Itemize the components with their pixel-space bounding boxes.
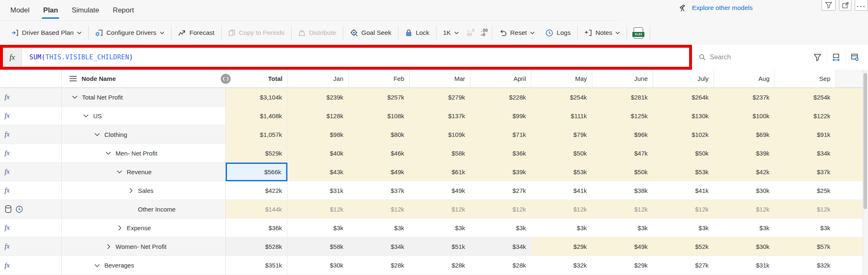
tree-chevron-down-icon[interactable]	[83, 113, 89, 119]
distribute-button[interactable]: Distribute	[293, 29, 341, 37]
row-gutter[interactable]: fx	[0, 125, 62, 144]
reset-button[interactable]: Reset	[494, 29, 540, 37]
value-cell[interactable]: $49k	[348, 163, 409, 181]
value-cell[interactable]: $36k	[226, 219, 287, 237]
value-cell[interactable]: $12k	[653, 200, 714, 219]
value-cell[interactable]: $228k	[470, 88, 531, 107]
formula-indicator-icon[interactable]: fx	[5, 261, 10, 270]
node-cell[interactable]: Women- Net Profit	[62, 237, 226, 256]
value-cell[interactable]: $57k	[774, 237, 835, 256]
value-cell[interactable]: $1,057k	[226, 125, 287, 144]
copy-to-periods-button[interactable]: Copy to Periods	[223, 29, 290, 37]
explore-other-models-link[interactable]: Explore other models	[679, 4, 752, 12]
value-cell[interactable]: $28k	[348, 256, 409, 275]
value-cell[interactable]: $52k	[653, 237, 714, 256]
formula-indicator-icon[interactable]: fx	[5, 242, 10, 251]
value-cell[interactable]: $50k	[653, 144, 714, 163]
value-cell[interactable]: $3,104k	[226, 88, 287, 107]
tree-chevron-down-icon[interactable]	[105, 150, 111, 156]
row-gutter[interactable]: fx	[0, 88, 62, 107]
column-header-june[interactable]: June	[592, 70, 653, 88]
value-cell[interactable]: $47k	[592, 144, 653, 163]
value-cell[interactable]: $58k	[287, 237, 348, 256]
tree-chevron-right-icon[interactable]	[128, 187, 134, 194]
value-cell[interactable]: $30k	[714, 237, 774, 256]
node-cell[interactable]: US	[62, 107, 226, 125]
formula-indicator-icon[interactable]: fx	[5, 112, 10, 120]
row-gutter[interactable]: fx	[0, 181, 62, 200]
node-name-column-header[interactable]: Node Name	[62, 70, 226, 88]
value-cell[interactable]: $38k	[592, 181, 653, 200]
node-cell[interactable]: Expense	[62, 219, 226, 237]
row-gutter[interactable]: fx	[0, 107, 62, 125]
value-cell[interactable]: $351k	[226, 256, 287, 275]
value-cell[interactable]: $3k	[531, 219, 592, 237]
value-cell[interactable]: $79k	[531, 125, 592, 144]
tree-chevron-down-icon[interactable]	[72, 94, 78, 100]
value-cell[interactable]: $43k	[287, 163, 348, 181]
column-header-sep[interactable]: Sep	[774, 70, 835, 88]
node-cell[interactable]: Beverages	[62, 256, 226, 275]
node-cell[interactable]: Total Net Profit	[62, 88, 226, 107]
value-cell[interactable]: $12k	[470, 200, 531, 219]
value-cell[interactable]: $12k	[287, 200, 348, 219]
value-cell[interactable]: $53k	[531, 163, 592, 181]
value-cell[interactable]: $42k	[714, 163, 774, 181]
tree-chevron-down-icon[interactable]	[94, 262, 100, 268]
value-cell[interactable]: $34k	[470, 237, 531, 256]
export-excel-button[interactable]: XLSX	[628, 27, 649, 39]
forecast-button[interactable]: Forecast	[173, 29, 220, 37]
value-cell[interactable]: $528k	[226, 237, 287, 256]
driver-based-plan-button[interactable]: Driver Based Plan	[6, 29, 87, 37]
lock-button[interactable]: Lock	[400, 29, 435, 37]
search-input[interactable]	[710, 54, 784, 61]
value-cell[interactable]: $61k	[409, 163, 470, 181]
value-cell[interactable]: $254k	[531, 88, 592, 107]
row-gutter[interactable]: fx	[0, 144, 62, 163]
column-header-mar[interactable]: Mar	[409, 70, 470, 88]
node-cell[interactable]: Clothing	[62, 125, 226, 144]
value-cell[interactable]: $28k	[409, 256, 470, 275]
column-header-aug[interactable]: Aug	[714, 70, 774, 88]
tab-report[interactable]: Report	[113, 6, 134, 15]
formula-indicator-icon[interactable]: fx	[5, 168, 10, 176]
formula-input[interactable]: SUM(THIS.VISIBLE_CHILDREN)	[22, 48, 689, 67]
value-cell[interactable]: $41k	[653, 181, 714, 200]
goal-seek-button[interactable]: Goal Seek	[345, 29, 397, 37]
value-cell[interactable]: $51k	[409, 237, 470, 256]
formula-indicator-icon[interactable]: fx	[5, 224, 10, 232]
vertical-scrollbar-thumb[interactable]	[863, 73, 867, 209]
value-cell[interactable]: $39k	[714, 144, 774, 163]
node-cell[interactable]: Revenue	[62, 163, 226, 181]
value-cell[interactable]: $3k	[714, 219, 774, 237]
value-cell[interactable]: $109k	[409, 125, 470, 144]
value-cell[interactable]: $279k	[409, 88, 470, 107]
value-cell[interactable]: $41k	[531, 181, 592, 200]
value-cell[interactable]: $144k	[226, 200, 287, 219]
tab-model[interactable]: Model	[10, 6, 29, 15]
tree-chevron-down-icon[interactable]	[94, 131, 100, 138]
value-cell[interactable]: $12k	[592, 200, 653, 219]
value-cell[interactable]: $28k	[470, 256, 531, 275]
value-cell[interactable]: $99k	[470, 107, 531, 125]
value-cell[interactable]: $40k	[287, 144, 348, 163]
value-cell[interactable]: $102k	[653, 125, 714, 144]
table-settings-button[interactable]	[845, 49, 864, 66]
configure-drivers-button[interactable]: Configure Drivers	[90, 29, 170, 37]
filter-table-button[interactable]	[808, 49, 827, 66]
value-cell[interactable]: $529k	[226, 144, 287, 163]
value-cell[interactable]: $3k	[592, 219, 653, 237]
value-cell[interactable]: $71k	[470, 125, 531, 144]
row-gutter[interactable]: fx	[0, 219, 62, 237]
value-cell[interactable]: $128k	[287, 107, 348, 125]
value-cell[interactable]: $281k	[592, 88, 653, 107]
value-cell[interactable]: $422k	[226, 181, 287, 200]
value-cell[interactable]: $50k	[592, 163, 653, 181]
column-header-april[interactable]: April	[470, 70, 531, 88]
value-cell[interactable]: $27k	[653, 256, 714, 275]
value-cell[interactable]: $237k	[714, 88, 774, 107]
value-cell[interactable]: $58k	[409, 144, 470, 163]
value-cell[interactable]: $12k	[774, 200, 835, 219]
tree-chevron-right-icon[interactable]	[105, 243, 111, 250]
row-gutter[interactable]: fx	[0, 237, 62, 256]
